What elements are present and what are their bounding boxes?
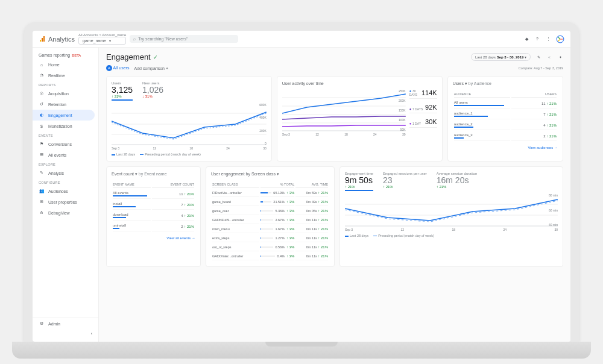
chart-legend: Last 28 daysPreceding period (match day … [345,234,558,237]
metric-new-users[interactable]: New users 1,026 ↓ 31% [142,81,163,101]
table-row[interactable]: main_menu1.67% ↑ 3%0m 11s ↑ 21% [212,225,328,233]
card-audience: Users ▾ by Audience AUDIENCEUSERS All us… [447,76,563,162]
activity-1day: ● 1 DAY30K [409,118,437,128]
table-row[interactable]: FIRootVie...ontroller65.19% ↑ 3%0m 59s ↑… [212,189,328,197]
table-row[interactable]: GADNFullS...ontroller2.67% ↑ 3%0m 11s ↑ … [212,216,328,224]
target-icon: ◎ [39,90,45,96]
activity-30day: ● 30 DAYS114K [409,89,437,99]
table-row[interactable]: install7 ↑ 21% [113,200,194,210]
share-icon[interactable]: < [546,54,552,60]
engagement-icon: ◐ [39,112,45,118]
user-chip-icon: A [106,65,112,71]
clock-icon: ◔ [39,72,45,78]
top-bar: Analytics All Accounts > Account_name ga… [33,31,570,48]
analysis-icon: ✎ [39,170,45,176]
svg-rect-0 [40,40,41,42]
svg-rect-1 [42,38,43,42]
card-screens: User engagement by Screen class ▾ SCREEN… [206,166,335,267]
main-content: Engagement✓ Last 28 days Sep 3 - 30, 201… [99,48,570,342]
sidebar-item-all-events[interactable]: ☰All events [33,149,98,160]
sidebar-section-head: Games reporting BETA [33,51,98,59]
home-icon: ⌂ [39,61,45,67]
activity-7day: ● 7 DAYS92K [409,104,437,113]
sidebar-cat-explore: EXPLORE [33,160,98,168]
table-row[interactable]: game_board21.51% ↑ 3%0m 49s ↑ 21% [212,198,328,206]
sidebar-item-analysis[interactable]: ✎Analysis [33,168,98,178]
view-audiences-link[interactable]: View audiences → [453,146,558,149]
people-icon: 👥 [39,188,45,194]
card-activity: User activity over time 250K200K150K100K… [277,76,443,162]
metric-sessions-per-user[interactable]: Engaged sessions per user23↑ 21% [383,172,427,191]
view-events-link[interactable]: View all events → [112,236,195,240]
beta-badge: BETA [72,54,81,57]
sidebar-cat-configure: CONFIGURE [33,178,98,186]
sidebar-item-realtime[interactable]: ◔Realtime [33,70,98,81]
google-account-icon[interactable] [556,35,564,43]
debug-icon: ⋔ [39,210,45,216]
search-icon: ⌕ [133,37,136,41]
table-row[interactable]: GADOInter...ontroller0.4% ↑ 3%0m 11s ↑ 2… [212,253,328,260]
search-input[interactable]: ⌕ Try searching "New users" [130,35,238,43]
property-selector[interactable]: game_name▾ [78,37,126,45]
gear-icon: ⚙ [39,321,45,327]
analytics-icon [39,36,46,43]
chevron-down-icon: ▾ [109,39,111,43]
metric-avg-session[interactable]: Average session duration16m 20s↑ 21% [437,172,478,191]
table-row[interactable]: audience_17 ↑ 21% [454,110,557,119]
card-events: Event count ▾ by Event name EVENT NAMEEV… [106,166,201,267]
flag-icon: ⚑ [39,141,45,147]
date-range-selector[interactable]: Last 28 days Sep 3 - 30, 2019 ▾ [471,53,531,61]
sidebar-collapse[interactable]: ‹ [33,329,98,338]
product-name: Analytics [48,36,75,43]
sidebar-item-acquisition[interactable]: ◎Acquisition [33,88,98,99]
table-row[interactable]: All users11 ↑ 21% [454,99,557,108]
customize-icon[interactable]: ✎ [535,54,541,60]
table-row[interactable]: audience_24 ↑ 21% [454,121,557,130]
money-icon: $ [39,123,45,129]
metric-users[interactable]: Users 3,125 ↑ 21% [112,81,133,101]
chart-engagement-time: 80 min60 min40 min [345,193,558,227]
table-row[interactable]: game_over5.36% ↑ 3%0m 05s ↑ 21% [212,207,328,215]
chart-legend: Last 28 daysPreceding period (match day … [112,152,267,156]
card-users: Users 3,125 ↑ 21% New users 1,026 ↓ 31% … [106,76,272,162]
sidebar-item-retention[interactable]: ↺Retention [33,99,98,110]
table-row[interactable]: extra_steps1.27% ↑ 3%0m 11s ↑ 21% [212,234,328,242]
more-icon[interactable]: ⋮ [545,36,551,42]
compare-label: Compare: Aug 7 - Sep 3, 2019 [519,66,563,70]
table-row[interactable]: download4 ↑ 21% [113,211,194,221]
verified-icon: ✓ [153,54,158,60]
chart-activity: 250K200K150K100K50K [282,89,406,131]
props-icon: ⊞ [39,199,45,205]
sidebar-item-user-properties[interactable]: ⊞User properties [33,196,98,207]
sidebar-item-admin[interactable]: ⚙Admin [33,318,98,329]
diamond-icon[interactable]: ◆ [523,36,529,42]
list-icon: ☰ [39,152,45,158]
search-placeholder: Try searching "New users" [138,37,188,41]
card-engagement-time: Engagement time9m 50s↑ 21% Engaged sessi… [339,166,563,267]
metric-eng-time[interactable]: Engagement time9m 50s↑ 21% [345,172,373,191]
page-title: Engagement✓ [106,52,158,61]
audience-table: AUDIENCEUSERS All users11 ↑ 21% audience… [453,90,558,142]
table-row[interactable]: uninstall2 ↑ 21% [113,222,194,231]
sidebar-cat-reports: REPORTS [33,81,98,88]
chart-users: 600K400K200K0 [112,103,267,145]
sidebar: Games reporting BETA ⌂Home ◔Realtime REP… [33,48,99,342]
table-row[interactable]: audience_32 ↑ 21% [454,131,557,141]
sidebar-item-monetization[interactable]: $Monetization [33,121,98,131]
sidebar-item-engagement[interactable]: ◐Engagement [33,110,95,121]
sidebar-item-home[interactable]: ⌂Home [33,59,98,70]
table-row[interactable]: out_of_steps0.56% ↑ 3%0m 11s ↑ 21% [212,243,328,251]
events-table: EVENT NAMEEVENT COUNT All events11 ↑ 21%… [112,180,195,233]
product-logo[interactable]: Analytics [39,36,75,43]
sidebar-cat-events: EVENTS [33,131,98,139]
all-users-chip[interactable]: A All users [106,65,129,71]
retention-icon: ↺ [39,101,45,107]
sidebar-item-conversions[interactable]: ⚑Conversions [33,139,98,149]
insights-icon[interactable]: ✦ [557,54,563,60]
sidebar-item-debugview[interactable]: ⋔DebugView [33,207,98,218]
sidebar-item-audiences[interactable]: 👥Audiences [33,186,98,196]
help-icon[interactable]: ? [534,36,540,42]
table-row[interactable]: All events11 ↑ 21% [113,189,194,199]
chevron-left-icon: ‹ [91,331,92,336]
add-comparison-button[interactable]: Add comparison + [134,66,168,71]
